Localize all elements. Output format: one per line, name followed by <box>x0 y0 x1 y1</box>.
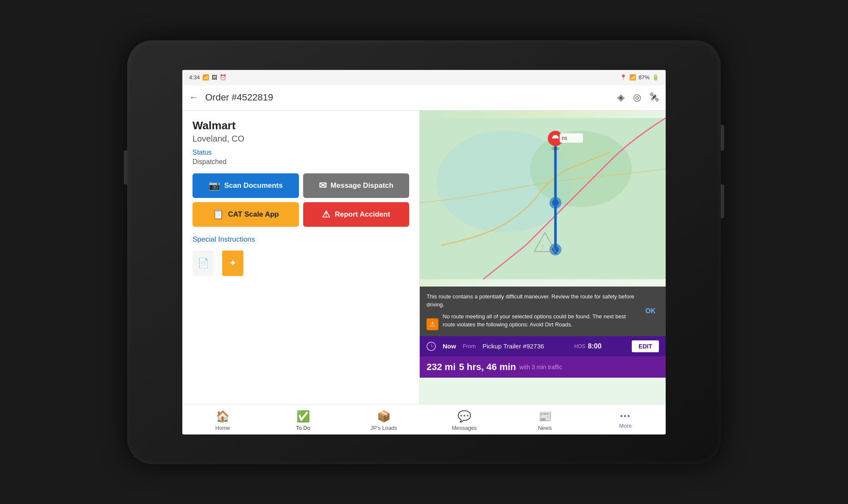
route-warning-line2: No route meeting all of your selected op… <box>443 312 637 329</box>
battery-icon: 🔋 <box>652 74 659 81</box>
clock-icon <box>427 342 436 351</box>
todo-nav-icon: ✅ <box>296 410 310 423</box>
status-label: Status <box>192 149 409 156</box>
nav-messages[interactable]: 💬 Messages <box>424 404 505 434</box>
layers-icon[interactable]: ◈ <box>617 92 625 103</box>
left-panel: Walmart Loveland, CO Status Dispatched 📷… <box>182 111 420 404</box>
right-panel: ! ns T <box>420 111 666 404</box>
nav-todo[interactable]: ✅ To Do <box>263 404 343 434</box>
messages-nav-icon: 💬 <box>457 410 471 423</box>
signal-icon: 📶 <box>629 74 636 81</box>
warning-icon: ⚠ <box>322 209 330 220</box>
status-bar-right: 📍 📶 87% 🔋 <box>620 74 659 81</box>
bottom-icons: 📄 ✦ <box>192 251 409 276</box>
home-nav-icon: 🏠 <box>216 410 229 423</box>
page-title: Order #4522819 <box>205 92 611 103</box>
route-ok-button[interactable]: OK <box>642 306 659 317</box>
alarm-icon: ⏰ <box>220 74 226 81</box>
wifi-icon: 📶 <box>202 74 209 81</box>
main-content: Walmart Loveland, CO Status Dispatched 📷… <box>182 111 666 404</box>
power-button[interactable] <box>721 125 724 150</box>
message-dispatch-button[interactable]: ✉ Message Dispatch <box>303 173 410 198</box>
company-name: Walmart <box>192 119 409 132</box>
image-icon: 🖼 <box>212 74 217 81</box>
route-warning: This route contains a potentially diffic… <box>420 287 666 336</box>
time-display: 4:34 <box>189 74 200 81</box>
volume-button[interactable] <box>124 150 127 184</box>
messages-nav-label: Messages <box>452 425 477 431</box>
special-instructions-link[interactable]: Special Instructions <box>192 235 409 244</box>
edit-button[interactable]: EDIT <box>632 340 659 352</box>
message-icon: ✉ <box>319 180 326 191</box>
satellite-icon[interactable]: 🛰 <box>650 92 659 103</box>
svg-text:!: ! <box>542 243 544 250</box>
svg-point-9 <box>551 147 560 150</box>
status-value: Dispatched <box>192 158 409 166</box>
news-nav-label: News <box>538 425 552 431</box>
status-bar-left: 4:34 📶 🖼 ⏰ <box>189 74 226 81</box>
nav-loads[interactable]: 📦 JP's Loads <box>343 404 424 434</box>
home-nav-label: Home <box>215 425 230 431</box>
map-svg: ! ns <box>420 111 666 287</box>
hos-label: HOS <box>575 343 586 349</box>
battery-display: 87% <box>639 74 650 81</box>
news-nav-icon: 📰 <box>538 410 552 423</box>
star-icon: ✦ <box>222 251 243 276</box>
device-screen: 4:34 📶 🖼 ⏰ 📍 📶 87% 🔋 ← Order #4522819 ◈ … <box>182 70 666 434</box>
more-nav-icon: ••• <box>620 412 631 421</box>
location-icon: 📍 <box>620 74 627 81</box>
loads-nav-icon: 📦 <box>377 410 391 423</box>
route-warning-icon: ⚠ <box>427 318 438 330</box>
nav-news[interactable]: 📰 News <box>505 404 585 434</box>
company-location: Loveland, CO <box>192 134 409 144</box>
loads-nav-label: JP's Loads <box>370 425 397 431</box>
cat-scale-app-button[interactable]: 📋 CAT Scale App <box>192 202 299 227</box>
distance-bar: 232 mi 5 hrs, 46 min with 3 min traffic <box>420 356 666 378</box>
svg-point-4 <box>552 199 559 206</box>
scale-icon: 📋 <box>212 209 224 220</box>
camera-icon: 📷 <box>209 180 220 191</box>
distance-value: 232 mi <box>427 362 456 373</box>
more-nav-label: More <box>619 423 632 429</box>
app-bar-icons: ◈ ◎ 🛰 <box>617 92 659 103</box>
travel-time: 5 hrs, 46 min <box>459 362 516 373</box>
device-wrapper: 4:34 📶 🖼 ⏰ 📍 📶 87% 🔋 ← Order #4522819 ◈ … <box>127 40 721 464</box>
gps-icon[interactable]: ◎ <box>633 92 641 103</box>
scan-documents-button[interactable]: 📷 Scan Documents <box>192 173 299 198</box>
back-button[interactable]: ← <box>189 92 198 103</box>
map-background[interactable]: ! ns <box>420 111 666 287</box>
nav-home[interactable]: 🏠 Home <box>182 404 263 434</box>
todo-nav-label: To Do <box>296 425 310 431</box>
trip-info-bar: Now From Pickup Trailer #92736 HOS 8:00 … <box>420 336 666 356</box>
home-button[interactable] <box>721 184 724 218</box>
svg-text:ns: ns <box>562 135 567 141</box>
now-label: Now <box>443 342 456 350</box>
from-label: From <box>463 343 476 349</box>
route-warning-line1: This route contains a potentially diffic… <box>427 292 637 309</box>
map-container[interactable]: ! ns <box>420 111 666 287</box>
doc-icon: 📄 <box>192 251 214 276</box>
action-buttons-grid: 📷 Scan Documents ✉ Message Dispatch 📋 CA… <box>192 173 409 227</box>
app-bar: ← Order #4522819 ◈ ◎ 🛰 <box>182 85 666 111</box>
report-accident-button[interactable]: ⚠ Report Accident <box>303 202 410 227</box>
nav-more[interactable]: ••• More <box>585 404 666 434</box>
hos-value: 8:00 <box>588 342 602 350</box>
bottom-nav: 🏠 Home ✅ To Do 📦 JP's Loads 💬 Messages 📰… <box>182 404 666 434</box>
trailer-info: Pickup Trailer #92736 <box>483 342 544 350</box>
status-bar: 4:34 📶 🖼 ⏰ 📍 📶 87% 🔋 <box>182 70 666 85</box>
traffic-note: with 3 min traffic <box>519 364 562 370</box>
